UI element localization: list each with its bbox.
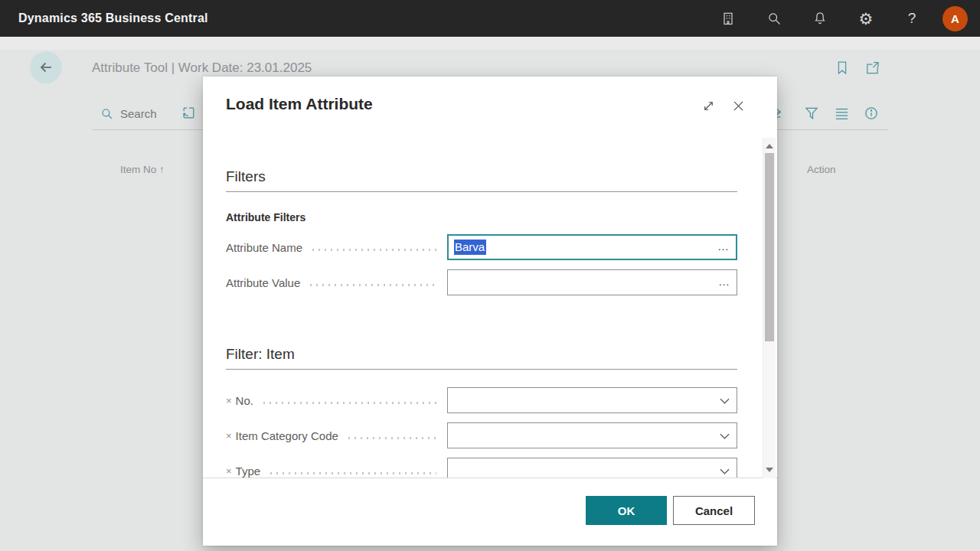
filters-section-heading: Filters [226,168,737,192]
search-icon[interactable] [751,0,797,37]
help-icon[interactable]: ? [889,0,935,37]
load-item-attribute-dialog: Load Item Attribute Filters Attribute Fi… [203,77,777,546]
list-menu-icon[interactable] [834,107,850,123]
type-filter-row: × Type [226,458,737,478]
page-title-breadcrumb: Attribute Tool | Work Date: 23.01.2025 [92,60,312,76]
column-header-item-no[interactable]: Item No ↑ [120,164,165,175]
dotted-leader [308,284,436,286]
list-search-button[interactable]: Search [100,107,157,120]
bookmark-icon[interactable] [835,60,850,79]
notifications-bell-icon[interactable] [797,0,843,37]
top-navigation-bar: Dynamics 365 Business Central ⚙ ? A [0,0,980,37]
user-avatar[interactable]: A [942,6,968,31]
info-icon[interactable] [864,106,879,124]
search-label: Search [120,107,157,120]
settings-gear-icon[interactable]: ⚙ [843,0,889,37]
dotted-leader [268,472,436,474]
item-category-code-filter-row: × Item Category Code [226,422,737,448]
back-arrow-icon [37,58,55,77]
scroll-up-arrow[interactable] [766,144,773,148]
filter-funnel-icon[interactable] [804,106,819,124]
dotted-leader [261,402,436,404]
scroll-down-arrow[interactable] [766,468,773,472]
chevron-down-icon[interactable] [720,394,730,407]
ok-button[interactable]: OK [586,496,667,525]
search-icon [100,107,113,120]
filter-item-section-heading: Filter: Item [226,346,737,370]
field-label: Attribute Name [226,241,302,254]
back-button[interactable] [30,51,62,83]
open-in-new-window-icon[interactable] [864,60,880,79]
remove-filter-icon[interactable]: × [226,465,232,477]
no-filter-row: × No. [226,387,737,413]
app-title: Dynamics 365 Business Central [18,11,208,25]
attribute-filters-group-label: Attribute Filters [226,211,305,223]
scrollbar-thumb[interactable] [765,153,774,341]
dialog-scrollbar[interactable] [763,138,776,478]
field-label: Attribute Value [226,276,300,289]
type-input[interactable] [447,458,737,478]
no-filter-input[interactable] [447,387,737,413]
dotted-leader [346,437,436,439]
remove-filter-icon[interactable]: × [226,430,232,442]
field-label: Type [236,465,261,478]
ellipsis-lookup-icon[interactable]: … [718,275,730,288]
column-header-action[interactable]: Action [807,164,836,175]
dialog-scroll-area: Filters Attribute Filters Attribute Name… [203,138,777,478]
analysis-mode-icon[interactable] [181,106,196,123]
chevron-down-icon[interactable] [720,429,730,442]
attribute-value-field-row: Attribute Value … [226,269,737,295]
expand-dialog-icon[interactable] [699,96,717,115]
page-header-band [0,37,980,50]
dialog-title: Load Item Attribute [226,95,373,113]
company-icon[interactable] [705,0,751,37]
chevron-down-icon[interactable] [720,465,730,478]
attribute-name-input[interactable]: Barva … [447,234,737,260]
topbar-actions: ⚙ ? A [705,0,980,37]
close-dialog-icon[interactable] [729,96,747,115]
field-label: Item Category Code [236,429,338,442]
ellipsis-lookup-icon[interactable]: … [717,240,730,253]
cancel-button[interactable]: Cancel [673,496,755,525]
dotted-leader [310,249,436,251]
selected-input-text: Barva [454,240,486,255]
attribute-name-field-row: Attribute Name Barva … [226,234,737,260]
attribute-value-input[interactable]: … [447,269,737,295]
dialog-footer: OK Cancel [203,496,777,525]
remove-filter-icon[interactable]: × [226,395,232,406]
app-window: Dynamics 365 Business Central ⚙ ? A [0,0,980,551]
field-label: No. [236,394,253,407]
item-category-code-input[interactable] [447,422,737,448]
